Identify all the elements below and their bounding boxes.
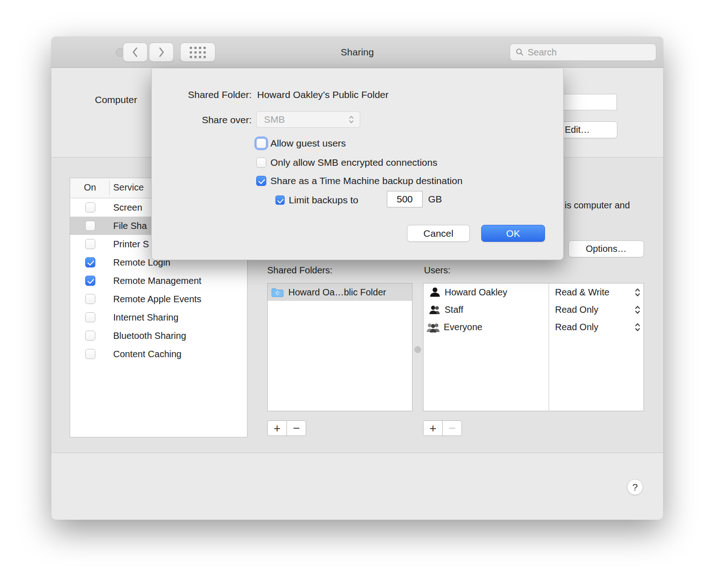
allow-guest-users-label: Allow guest users [270,138,346,149]
service-checkbox[interactable] [85,276,95,286]
share-over-label: Share over: [152,114,252,125]
computer-name-label: Computer [95,94,137,105]
options-button[interactable]: Options… [568,240,644,257]
service-checkbox[interactable] [85,239,95,249]
permission-value: Read & Write [555,287,610,298]
allow-guest-users-row[interactable]: Allow guest users [256,138,346,149]
column-header-service: Service [113,182,144,193]
help-button[interactable]: ? [627,479,643,495]
service-row-content-caching[interactable]: Content Caching [70,345,247,363]
limit-backups-label: Limit backups to [289,195,358,206]
permission-stepper-icon[interactable] [634,321,641,335]
time-machine-row[interactable]: Share as a Time Machine backup destinati… [256,175,462,186]
permission-value: Read Only [555,322,599,332]
smb-share-sheet: Shared Folder: Howard Oakley’s Public Fo… [151,69,564,260]
forward-button[interactable] [149,43,174,62]
service-row-remote-management[interactable]: Remote Management [70,272,247,290]
column-divider [109,181,110,196]
shared-folder-value: Howard Oakley’s Public Folder [257,89,389,100]
permission-row[interactable]: Read & Write [549,283,644,301]
permissions-column: Read & Write Read Only Read Only [549,283,644,411]
shared-folders-label: Shared Folders: [267,265,332,276]
service-row-remote-apple-events[interactable]: Remote Apple Events [70,290,247,308]
search-icon [516,48,524,57]
grid-icon [190,47,206,58]
pane-splitter-handle[interactable] [414,346,421,353]
title-bar[interactable]: Sharing [51,37,663,68]
service-checkbox[interactable] [85,349,95,359]
service-checkbox[interactable] [85,202,95,212]
search-field[interactable] [510,44,656,61]
add-folder-button[interactable]: + [267,420,287,436]
shared-folder-row[interactable]: Howard Oa…blic Folder [268,283,412,301]
limit-backups-row[interactable]: Limit backups to [275,195,358,206]
service-checkbox[interactable] [85,294,95,304]
smb-encrypted-label: Only allow SMB encrypted connections [270,157,437,168]
single-user-icon [429,286,441,298]
show-all-button[interactable] [180,43,215,62]
permission-row[interactable]: Read Only [549,301,644,318]
limit-backups-input[interactable] [387,191,423,207]
share-over-popup[interactable]: SMB [256,111,360,128]
limit-backups-checkbox[interactable] [275,196,285,205]
column-header-on: On [84,182,96,193]
users-list[interactable]: Howard Oakley Staff Everyone Read & Writ… [423,283,644,411]
permission-stepper-icon[interactable] [634,287,641,300]
share-over-value: SMB [264,114,348,125]
user-name: Everyone [444,322,483,332]
user-name: Howard Oakley [445,287,507,298]
back-button[interactable] [123,43,148,62]
remove-folder-button[interactable]: − [286,420,306,436]
shared-folder-label: Shared Folder: [152,89,252,100]
smb-encrypted-checkbox[interactable] [256,158,266,168]
shared-folder-name: Howard Oa…blic Folder [288,287,386,298]
group-users-icon [426,321,440,333]
time-machine-checkbox[interactable] [256,176,266,186]
remove-user-button[interactable]: − [442,420,462,436]
service-row-internet-sharing[interactable]: Internet Sharing [70,308,247,327]
footer-section: ? [51,453,663,520]
chevron-right-icon [158,46,165,58]
smb-encrypted-row[interactable]: Only allow SMB encrypted connections [256,157,437,168]
ok-button[interactable]: OK [481,225,545,242]
service-checkbox[interactable] [85,312,95,322]
permission-value: Read Only [555,305,599,315]
permission-row[interactable]: Read Only [549,318,644,336]
allow-guest-users-checkbox[interactable] [256,138,266,148]
gb-unit-label: GB [428,194,442,205]
service-checkbox[interactable] [85,221,95,231]
time-machine-label: Share as a Time Machine backup destinati… [270,175,462,186]
service-row-bluetooth-sharing[interactable]: Bluetooth Sharing [70,327,247,345]
sharing-preferences-window: Sharing Computer Edit… On Service [51,37,663,520]
users-label: Users: [424,265,451,276]
permission-stepper-icon[interactable] [634,304,641,317]
cancel-button[interactable]: Cancel [407,225,470,242]
public-folder-icon [271,288,284,297]
add-user-button[interactable]: + [423,420,443,436]
two-users-icon [429,305,441,315]
folders-add-remove-control: + − [267,420,306,436]
service-checkbox[interactable] [85,257,95,267]
search-input[interactable] [528,47,650,58]
popup-stepper-icon [348,114,354,125]
shared-folders-list[interactable]: Howard Oa…blic Folder [267,283,412,411]
users-add-remove-control: + − [423,420,462,436]
file-sharing-description: is computer and [565,200,630,211]
service-checkbox[interactable] [85,331,95,341]
user-name: Staff [445,305,463,315]
chevron-left-icon [132,46,139,58]
